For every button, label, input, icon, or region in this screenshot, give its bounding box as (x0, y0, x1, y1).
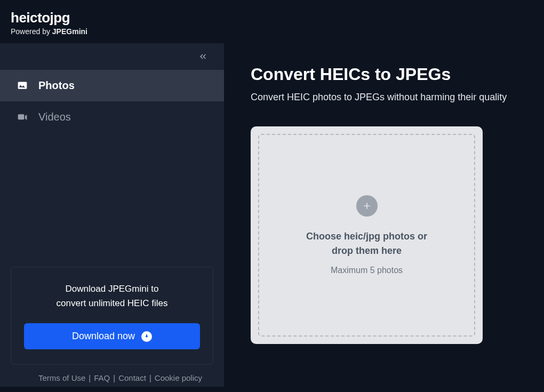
promo-line1: Download JPEGmini to (66, 284, 159, 294)
header: heictojpg Powered by JPEGmini (0, 0, 544, 43)
promo-text: Download JPEGmini to convert unlimited H… (24, 282, 200, 310)
chevron-double-left-icon (198, 52, 208, 63)
plus-circle-icon (356, 195, 378, 217)
powered-by-prefix: Powered by (11, 27, 52, 36)
dropzone-text: Choose heic/jpg photos or drop them here (306, 229, 427, 258)
promo-line2: convert unlimited HEIC files (57, 298, 168, 308)
file-dropzone[interactable]: Choose heic/jpg photos or drop them here… (251, 126, 483, 344)
dropzone-inner: Choose heic/jpg photos or drop them here… (258, 134, 475, 337)
sidebar-item-videos[interactable]: Videos (0, 101, 224, 133)
powered-by-brand: JPEGmini (52, 27, 87, 36)
footer-link-contact[interactable]: Contact (118, 373, 146, 382)
sidebar-item-label: Videos (38, 111, 71, 123)
download-button-label: Download now (72, 331, 135, 342)
page-subtitle: Convert HEIC photos to JPEGs without har… (251, 92, 517, 103)
video-icon (16, 112, 29, 123)
download-now-button[interactable]: Download now (24, 323, 200, 349)
collapse-sidebar-button[interactable] (0, 43, 224, 70)
sidebar-item-label: Photos (38, 79, 75, 92)
svg-rect-1 (18, 114, 25, 119)
promo-card: Download JPEGmini to convert unlimited H… (11, 267, 213, 365)
powered-by: Powered by JPEGmini (11, 27, 533, 36)
footer-link-faq[interactable]: FAQ (94, 373, 110, 382)
dropzone-limit: Maximum 5 photos (331, 266, 403, 275)
page-title: Convert HEICs to JPEGs (251, 65, 517, 84)
dropzone-line1: Choose heic/jpg photos or (306, 231, 427, 242)
footer-link-cookie[interactable]: Cookie policy (155, 373, 202, 382)
footer-links: Terms of Use | FAQ | Contact | Cookie po… (11, 365, 213, 382)
dropzone-line2: drop them here (332, 245, 402, 256)
sidebar-item-photos[interactable]: Photos (0, 70, 224, 101)
footer-link-terms[interactable]: Terms of Use (38, 373, 85, 382)
photo-icon (16, 81, 29, 91)
main-content: Convert HEICs to JPEGs Convert HEIC phot… (224, 43, 544, 387)
logo[interactable]: heictojpg (11, 10, 533, 26)
sidebar: Photos Videos Download JPEGmini to conve… (0, 43, 224, 387)
svg-rect-0 (18, 82, 27, 89)
download-icon (141, 331, 152, 342)
